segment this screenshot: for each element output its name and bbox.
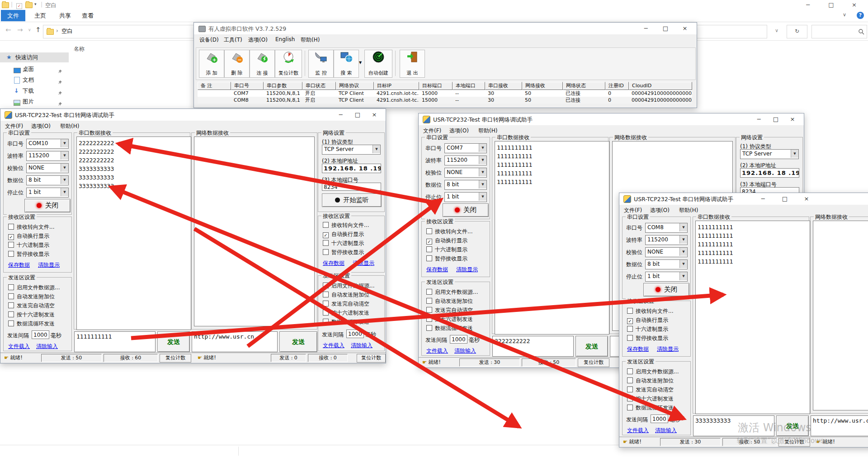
col-net-recv[interactable]: 网络接收 bbox=[522, 82, 563, 90]
checkbox-auto-clear[interactable]: 发送完自动清空 bbox=[627, 386, 674, 393]
explorer-maximize-button[interactable]: □ bbox=[821, 0, 841, 10]
interval-input[interactable]: 1000 bbox=[651, 415, 668, 423]
minimize-button[interactable]: − bbox=[755, 193, 771, 205]
forward-button[interactable]: → bbox=[17, 26, 23, 34]
serial-recv-area[interactable]: 1111111111 1111111111 1111111111 1111111… bbox=[495, 141, 609, 335]
title-bar[interactable]: USR-TCP232-Test 串口转网络调试助手 − □ × bbox=[419, 113, 804, 125]
checkbox-hex-send[interactable]: 按十六进制发送 bbox=[627, 395, 674, 402]
interval-input[interactable]: 1000 bbox=[346, 330, 364, 338]
checkbox-hex-send[interactable]: 按十六进制发送 bbox=[8, 311, 55, 318]
monitor-button[interactable]: 监 控 bbox=[308, 50, 334, 78]
col-params[interactable]: 串口参数 bbox=[264, 82, 302, 90]
baud-select[interactable]: 115200▼ bbox=[645, 235, 688, 245]
checkbox-loop-send[interactable]: 数据流循环发送 bbox=[426, 325, 473, 332]
tab-file[interactable]: 文件 bbox=[1, 10, 25, 21]
col-com[interactable]: 串口号 bbox=[231, 82, 264, 90]
close-serial-button[interactable]: 关闭 bbox=[443, 203, 489, 217]
maximize-button[interactable]: □ bbox=[768, 113, 784, 125]
vsp-close-button[interactable]: × bbox=[677, 23, 693, 34]
reset-count-button[interactable]: 复位计数 bbox=[275, 50, 302, 78]
menu-help[interactable]: 帮助(H) bbox=[60, 122, 79, 130]
checkbox-pause-recv[interactable]: 暂停接收显示 bbox=[426, 255, 467, 262]
stopbits-select[interactable]: 1 bit▼ bbox=[645, 272, 688, 282]
tab-view[interactable]: 查看 bbox=[75, 10, 100, 21]
com-port-select[interactable]: COM7▼ bbox=[444, 143, 487, 153]
protocol-select[interactable]: TCP Server▼ bbox=[740, 149, 799, 159]
exit-button[interactable]: 退 出 bbox=[400, 50, 425, 78]
save-data-link[interactable]: 保存数据 bbox=[426, 266, 448, 273]
vsp-table-row[interactable]: COM8 115200,N,8,1开启 TCP Client4291.cnsh.… bbox=[198, 97, 692, 104]
sidebar-item-desktop[interactable]: 桌面 bbox=[0, 64, 69, 74]
vsp-minimize-button[interactable]: − bbox=[638, 23, 654, 34]
serial-send-button[interactable]: 发送 bbox=[576, 336, 608, 357]
checkbox-loop-send[interactable]: 数据流循环发送 bbox=[8, 320, 55, 327]
col-serial-recv[interactable]: 串口接收 bbox=[485, 82, 522, 90]
clear-input-link[interactable]: 清除输入 bbox=[655, 427, 677, 434]
checkbox-auto-append[interactable]: 自动发送附加位 bbox=[8, 293, 55, 300]
net-recv-area[interactable] bbox=[194, 137, 315, 326]
net-send-button[interactable]: 发送 bbox=[279, 331, 317, 352]
com-port-select[interactable]: COM8▼ bbox=[645, 223, 688, 233]
menu-options[interactable]: 选项(O) bbox=[248, 36, 268, 44]
checkbox-recv-to-file[interactable]: 接收转向文件... bbox=[8, 223, 54, 231]
checkbox-file-source[interactable]: 启用文件数据源... bbox=[627, 368, 679, 375]
load-file-link[interactable]: 文件载入 bbox=[323, 342, 344, 349]
interval-input[interactable]: 1000 bbox=[32, 330, 49, 339]
clear-input-link[interactable]: 清除输入 bbox=[351, 342, 373, 349]
baud-select[interactable]: 115200▼ bbox=[444, 155, 487, 165]
new-folder-icon[interactable] bbox=[25, 2, 33, 9]
parity-select[interactable]: NONE▼ bbox=[444, 168, 487, 178]
checkbox-auto-clear[interactable]: 发送完自动清空 bbox=[323, 300, 369, 307]
tab-home[interactable]: 主页 bbox=[28, 10, 52, 21]
col-reg-id[interactable]: 注册ID bbox=[605, 82, 629, 90]
menu-help[interactable]: 帮助(H) bbox=[478, 127, 497, 135]
checkbox-hex-display[interactable]: 十六进制显示 bbox=[627, 325, 668, 333]
explorer-close-button[interactable]: × bbox=[844, 0, 864, 10]
checkbox-hex-send[interactable]: 按十六进制发送 bbox=[323, 309, 369, 316]
ribbon-collapse-chevron-icon[interactable]: ∨ bbox=[843, 12, 846, 18]
checkbox-auto-newline[interactable]: ✓自动换行显示 bbox=[627, 316, 668, 324]
checkbox-file-source[interactable]: 启用文件数据源... bbox=[426, 288, 478, 296]
checkbox-auto-newline[interactable]: ✓自动换行显示 bbox=[323, 231, 364, 238]
title-bar[interactable]: USR-TCP232-Test 串口转网络调试助手 − □ × bbox=[619, 193, 868, 205]
serial-send-input[interactable]: 1111111111 bbox=[74, 331, 156, 352]
menu-options[interactable]: 选项(O) bbox=[31, 122, 51, 130]
sidebar-quick-access[interactable]: ★ 快速访问 bbox=[0, 52, 69, 62]
checkbox-auto-append[interactable]: 自动发送附加位 bbox=[426, 297, 473, 305]
checkbox-auto-append[interactable]: 自动发送附加位 bbox=[323, 291, 369, 298]
close-serial-button[interactable]: 关闭 bbox=[24, 199, 71, 212]
search-devices-button[interactable]: 搜 索 bbox=[334, 50, 359, 78]
help-icon[interactable]: ? bbox=[857, 12, 864, 19]
start-listen-button[interactable]: 开始监听 bbox=[322, 193, 382, 207]
clear-input-link[interactable]: 清除输入 bbox=[454, 347, 476, 355]
menu-help[interactable]: 帮助(H) bbox=[679, 207, 698, 214]
menu-device[interactable]: 设备(D) bbox=[199, 36, 219, 44]
reset-counter-button[interactable]: 复位计数 bbox=[357, 354, 386, 363]
explorer-minimize-button[interactable]: − bbox=[798, 0, 818, 10]
net-recv-area[interactable] bbox=[813, 221, 868, 410]
checkbox-file-source[interactable]: 启用文件数据源... bbox=[323, 282, 374, 289]
com-port-select[interactable]: COM10▼ bbox=[26, 139, 69, 149]
save-data-link[interactable]: 保存数据 bbox=[323, 259, 344, 267]
properties-icon[interactable]: ✓ bbox=[16, 2, 22, 9]
checkbox-loop-send[interactable]: 数据流循环发送 bbox=[323, 318, 369, 325]
checkbox-loop-send[interactable]: 数据流循环发送 bbox=[627, 404, 674, 411]
serial-send-button[interactable]: 发送 bbox=[157, 331, 190, 352]
checkbox-pause-recv[interactable]: 暂停接收显示 bbox=[8, 250, 49, 258]
reset-counter-button[interactable]: 复位计数 bbox=[160, 354, 191, 363]
parity-select[interactable]: NONE▼ bbox=[645, 247, 688, 257]
title-bar[interactable]: USR-TCP232-Test 串口转网络调试助手 − □ × bbox=[0, 109, 386, 121]
menu-tools[interactable]: 工具(T) bbox=[224, 36, 242, 44]
load-file-link[interactable]: 文件载入 bbox=[8, 343, 30, 350]
net-send-input[interactable]: http://www.usr.cn bbox=[811, 415, 868, 436]
col-target-port[interactable]: 目标端口 bbox=[419, 82, 453, 90]
menu-english[interactable]: English bbox=[275, 36, 295, 42]
reset-counter-button[interactable]: 复位计数 bbox=[578, 358, 609, 367]
col-remark[interactable]: 备 注 bbox=[198, 82, 231, 90]
checkbox-hex-send[interactable]: 按十六进制发送 bbox=[426, 316, 473, 323]
checkbox-auto-newline[interactable]: ✓自动换行显示 bbox=[426, 237, 467, 244]
baud-select[interactable]: 115200▼ bbox=[26, 151, 69, 161]
stopbits-select[interactable]: 1 bit▼ bbox=[26, 188, 69, 198]
checkbox-recv-to-file[interactable]: 接收转向文件... bbox=[627, 307, 673, 315]
maximize-button[interactable]: □ bbox=[777, 193, 793, 205]
